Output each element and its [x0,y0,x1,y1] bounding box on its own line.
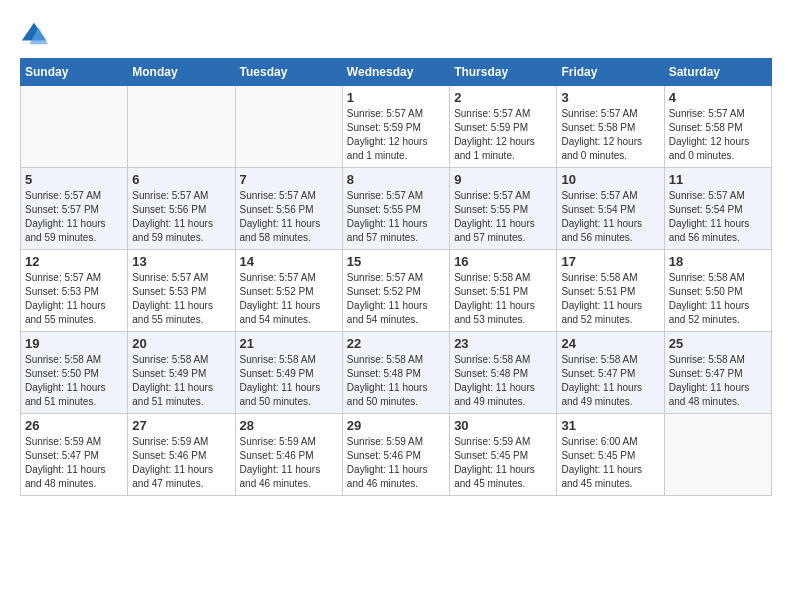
day-info: Sunrise: 5:58 AM Sunset: 5:47 PM Dayligh… [561,353,659,409]
day-number: 30 [454,418,552,433]
calendar-header-row: SundayMondayTuesdayWednesdayThursdayFrid… [21,59,772,86]
day-info: Sunrise: 5:57 AM Sunset: 5:53 PM Dayligh… [132,271,230,327]
day-number: 5 [25,172,123,187]
day-info: Sunrise: 5:59 AM Sunset: 5:46 PM Dayligh… [347,435,445,491]
day-number: 16 [454,254,552,269]
calendar-cell [235,86,342,168]
day-number: 23 [454,336,552,351]
day-info: Sunrise: 5:57 AM Sunset: 5:53 PM Dayligh… [25,271,123,327]
day-number: 26 [25,418,123,433]
day-header-thursday: Thursday [450,59,557,86]
day-info: Sunrise: 5:57 AM Sunset: 5:55 PM Dayligh… [347,189,445,245]
calendar-cell: 27Sunrise: 5:59 AM Sunset: 5:46 PM Dayli… [128,414,235,496]
day-info: Sunrise: 5:58 AM Sunset: 5:51 PM Dayligh… [561,271,659,327]
day-info: Sunrise: 5:59 AM Sunset: 5:45 PM Dayligh… [454,435,552,491]
calendar-cell: 13Sunrise: 5:57 AM Sunset: 5:53 PM Dayli… [128,250,235,332]
day-number: 24 [561,336,659,351]
day-info: Sunrise: 5:58 AM Sunset: 5:50 PM Dayligh… [669,271,767,327]
day-number: 2 [454,90,552,105]
day-number: 13 [132,254,230,269]
calendar-cell: 2Sunrise: 5:57 AM Sunset: 5:59 PM Daylig… [450,86,557,168]
day-info: Sunrise: 5:58 AM Sunset: 5:49 PM Dayligh… [240,353,338,409]
calendar-cell: 20Sunrise: 5:58 AM Sunset: 5:49 PM Dayli… [128,332,235,414]
day-info: Sunrise: 5:57 AM Sunset: 5:59 PM Dayligh… [454,107,552,163]
calendar-table: SundayMondayTuesdayWednesdayThursdayFrid… [20,58,772,496]
calendar-cell: 14Sunrise: 5:57 AM Sunset: 5:52 PM Dayli… [235,250,342,332]
day-info: Sunrise: 5:57 AM Sunset: 5:59 PM Dayligh… [347,107,445,163]
day-number: 7 [240,172,338,187]
day-number: 3 [561,90,659,105]
logo-icon [20,20,48,48]
calendar-cell: 26Sunrise: 5:59 AM Sunset: 5:47 PM Dayli… [21,414,128,496]
calendar-cell: 3Sunrise: 5:57 AM Sunset: 5:58 PM Daylig… [557,86,664,168]
calendar-week-3: 12Sunrise: 5:57 AM Sunset: 5:53 PM Dayli… [21,250,772,332]
day-info: Sunrise: 5:57 AM Sunset: 5:58 PM Dayligh… [561,107,659,163]
calendar-cell: 25Sunrise: 5:58 AM Sunset: 5:47 PM Dayli… [664,332,771,414]
day-info: Sunrise: 5:57 AM Sunset: 5:55 PM Dayligh… [454,189,552,245]
calendar-week-5: 26Sunrise: 5:59 AM Sunset: 5:47 PM Dayli… [21,414,772,496]
day-header-tuesday: Tuesday [235,59,342,86]
day-number: 11 [669,172,767,187]
calendar-cell: 5Sunrise: 5:57 AM Sunset: 5:57 PM Daylig… [21,168,128,250]
calendar-cell: 19Sunrise: 5:58 AM Sunset: 5:50 PM Dayli… [21,332,128,414]
day-number: 12 [25,254,123,269]
calendar-cell: 31Sunrise: 6:00 AM Sunset: 5:45 PM Dayli… [557,414,664,496]
day-info: Sunrise: 5:57 AM Sunset: 5:54 PM Dayligh… [561,189,659,245]
day-info: Sunrise: 5:58 AM Sunset: 5:48 PM Dayligh… [454,353,552,409]
day-info: Sunrise: 5:59 AM Sunset: 5:46 PM Dayligh… [132,435,230,491]
day-number: 1 [347,90,445,105]
day-header-sunday: Sunday [21,59,128,86]
day-info: Sunrise: 5:59 AM Sunset: 5:47 PM Dayligh… [25,435,123,491]
day-info: Sunrise: 5:57 AM Sunset: 5:56 PM Dayligh… [240,189,338,245]
day-header-wednesday: Wednesday [342,59,449,86]
day-info: Sunrise: 5:57 AM Sunset: 5:52 PM Dayligh… [347,271,445,327]
calendar-cell: 12Sunrise: 5:57 AM Sunset: 5:53 PM Dayli… [21,250,128,332]
day-info: Sunrise: 6:00 AM Sunset: 5:45 PM Dayligh… [561,435,659,491]
day-info: Sunrise: 5:58 AM Sunset: 5:49 PM Dayligh… [132,353,230,409]
calendar-cell: 28Sunrise: 5:59 AM Sunset: 5:46 PM Dayli… [235,414,342,496]
day-number: 15 [347,254,445,269]
calendar-cell: 18Sunrise: 5:58 AM Sunset: 5:50 PM Dayli… [664,250,771,332]
calendar-cell: 24Sunrise: 5:58 AM Sunset: 5:47 PM Dayli… [557,332,664,414]
calendar-cell: 15Sunrise: 5:57 AM Sunset: 5:52 PM Dayli… [342,250,449,332]
page-header [20,20,772,48]
calendar-cell: 6Sunrise: 5:57 AM Sunset: 5:56 PM Daylig… [128,168,235,250]
day-info: Sunrise: 5:58 AM Sunset: 5:51 PM Dayligh… [454,271,552,327]
calendar-cell: 1Sunrise: 5:57 AM Sunset: 5:59 PM Daylig… [342,86,449,168]
day-number: 28 [240,418,338,433]
calendar-cell: 7Sunrise: 5:57 AM Sunset: 5:56 PM Daylig… [235,168,342,250]
calendar-cell: 8Sunrise: 5:57 AM Sunset: 5:55 PM Daylig… [342,168,449,250]
calendar-cell: 30Sunrise: 5:59 AM Sunset: 5:45 PM Dayli… [450,414,557,496]
calendar-week-1: 1Sunrise: 5:57 AM Sunset: 5:59 PM Daylig… [21,86,772,168]
day-info: Sunrise: 5:58 AM Sunset: 5:50 PM Dayligh… [25,353,123,409]
day-header-saturday: Saturday [664,59,771,86]
day-number: 8 [347,172,445,187]
day-number: 21 [240,336,338,351]
logo [20,20,50,48]
day-info: Sunrise: 5:57 AM Sunset: 5:57 PM Dayligh… [25,189,123,245]
calendar-cell: 9Sunrise: 5:57 AM Sunset: 5:55 PM Daylig… [450,168,557,250]
calendar-cell: 21Sunrise: 5:58 AM Sunset: 5:49 PM Dayli… [235,332,342,414]
day-number: 6 [132,172,230,187]
calendar-cell: 11Sunrise: 5:57 AM Sunset: 5:54 PM Dayli… [664,168,771,250]
day-info: Sunrise: 5:58 AM Sunset: 5:47 PM Dayligh… [669,353,767,409]
day-info: Sunrise: 5:58 AM Sunset: 5:48 PM Dayligh… [347,353,445,409]
calendar-cell: 23Sunrise: 5:58 AM Sunset: 5:48 PM Dayli… [450,332,557,414]
day-header-monday: Monday [128,59,235,86]
day-number: 19 [25,336,123,351]
day-info: Sunrise: 5:59 AM Sunset: 5:46 PM Dayligh… [240,435,338,491]
calendar-cell: 22Sunrise: 5:58 AM Sunset: 5:48 PM Dayli… [342,332,449,414]
calendar-week-2: 5Sunrise: 5:57 AM Sunset: 5:57 PM Daylig… [21,168,772,250]
calendar-cell: 17Sunrise: 5:58 AM Sunset: 5:51 PM Dayli… [557,250,664,332]
calendar-cell: 10Sunrise: 5:57 AM Sunset: 5:54 PM Dayli… [557,168,664,250]
calendar-week-4: 19Sunrise: 5:58 AM Sunset: 5:50 PM Dayli… [21,332,772,414]
calendar-cell: 4Sunrise: 5:57 AM Sunset: 5:58 PM Daylig… [664,86,771,168]
calendar-cell [21,86,128,168]
day-info: Sunrise: 5:57 AM Sunset: 5:58 PM Dayligh… [669,107,767,163]
day-number: 10 [561,172,659,187]
day-number: 29 [347,418,445,433]
day-info: Sunrise: 5:57 AM Sunset: 5:54 PM Dayligh… [669,189,767,245]
day-number: 14 [240,254,338,269]
calendar-cell: 16Sunrise: 5:58 AM Sunset: 5:51 PM Dayli… [450,250,557,332]
day-number: 4 [669,90,767,105]
